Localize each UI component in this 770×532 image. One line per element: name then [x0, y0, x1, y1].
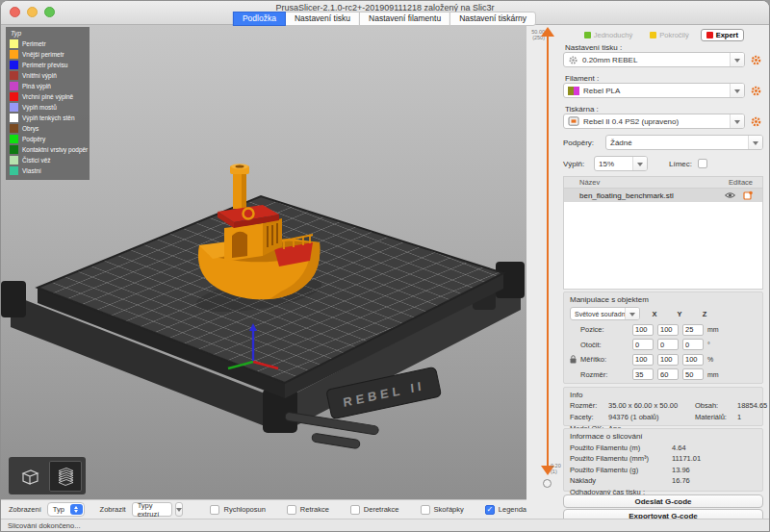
value-input-y[interactable]: [657, 354, 679, 366]
layers-view-button[interactable]: [49, 461, 82, 492]
materials-label: Materiálů:: [695, 413, 737, 421]
cabin-window: [232, 232, 247, 258]
unit-label: mm: [707, 326, 721, 333]
mode-button[interactable]: Pokročilý: [644, 29, 694, 41]
infill-select[interactable]: 15%: [594, 156, 648, 171]
checkbox[interactable]: [210, 505, 219, 515]
value-input-z[interactable]: [682, 354, 704, 366]
checkbox[interactable]: [421, 505, 430, 515]
manipulation-row-label: Měřítko:: [580, 355, 629, 364]
axis-header-x: X: [644, 310, 665, 318]
axis-header-y: Y: [669, 310, 690, 318]
edit-icon[interactable]: [743, 190, 753, 200]
single-layer-toggle-icon[interactable]: [543, 479, 552, 488]
chevron-down-icon[interactable]: [730, 84, 744, 97]
tab[interactable]: Nastavení tisku: [285, 12, 360, 26]
value-input-z[interactable]: [682, 368, 704, 380]
legend-item: Vnější perimetr: [10, 49, 86, 60]
mode-button[interactable]: Expert: [701, 29, 744, 41]
value-input-x[interactable]: [632, 324, 654, 336]
slicing-row-label: Náklady: [570, 476, 672, 485]
show-dropdown-button[interactable]: [175, 502, 183, 517]
print-settings-gear-button[interactable]: [749, 53, 763, 67]
chevron-down-icon[interactable]: [625, 308, 639, 319]
object-list[interactable]: ben_floating_benchmark.stl: [563, 189, 763, 290]
lock-icon[interactable]: [570, 355, 577, 364]
filament-select[interactable]: Rebel PLA: [563, 83, 745, 98]
brim-checkbox[interactable]: [698, 159, 707, 168]
slicing-row-value: 16.76: [672, 476, 690, 485]
supports-label: Podpěry:: [563, 139, 602, 147]
manipulation-panel: Manipulace s objektem Světové souřadnice…: [563, 291, 763, 384]
object-list-row[interactable]: ben_floating_benchmark.stl: [564, 189, 762, 202]
slider-track[interactable]: [547, 35, 549, 469]
supports-select[interactable]: Žádné: [605, 135, 763, 150]
send-gcode-button[interactable]: Odeslat G-code: [563, 494, 763, 508]
value-input-x[interactable]: [632, 354, 654, 366]
supports-value: Žádné: [610, 139, 632, 147]
manipulation-rows: Pozice: mm Otočit:: [570, 324, 757, 381]
brim-label: Límec:: [669, 160, 692, 168]
show-label: Zobrazit: [100, 505, 126, 514]
legend-item-label: Obrys: [22, 125, 38, 132]
chevron-down-icon[interactable]: [748, 136, 762, 149]
printer-gear-button[interactable]: [749, 114, 763, 129]
cube-icon: [19, 466, 40, 487]
mode-button[interactable]: Jednoduchý: [578, 29, 638, 41]
layers-icon: [55, 466, 76, 487]
value-input-x[interactable]: [632, 339, 654, 350]
view-option: Legenda: [485, 505, 526, 515]
value-input-y[interactable]: [657, 324, 679, 336]
print-settings-select[interactable]: 0.20mm REBEL: [563, 52, 745, 67]
slicing-row-label: Použito Filamentu (g): [570, 466, 672, 474]
value-input-y[interactable]: [657, 339, 679, 350]
manipulation-row: Měřítko: %: [570, 354, 757, 366]
slicing-info-panel: Informace o slicování Použito Filamentu …: [563, 428, 763, 492]
volume-label: Obsah:: [695, 401, 737, 410]
legend-item-label: Vnější perimetr: [22, 51, 64, 58]
value-input-x[interactable]: [632, 368, 654, 380]
coord-system-row: Světové souřadnice X Y Z: [570, 307, 757, 320]
checkbox-label: Retrakce: [300, 505, 329, 514]
legend-item: Perimetr převisu: [10, 60, 86, 70]
layer-slider[interactable]: 50.00 (250) 0.20 (1): [526, 25, 559, 499]
chevron-down-icon[interactable]: [730, 114, 744, 128]
tab[interactable]: Nastavení tiskárny: [449, 12, 536, 26]
print-settings-label: Nastavení tisku :: [565, 43, 622, 52]
value-input-z[interactable]: [682, 324, 704, 336]
printer-select[interactable]: Rebel II 0.4 PS2 (upraveno): [563, 114, 745, 129]
legend-item: Vlastní: [10, 165, 86, 176]
filament-gear-button[interactable]: [749, 84, 763, 98]
chevron-down-icon[interactable]: [632, 157, 647, 170]
3d-viewport[interactable]: REBEL II: [1, 25, 526, 499]
show-combo[interactable]: Typy extruzí: [132, 502, 173, 517]
chevron-down-icon[interactable]: [730, 53, 744, 66]
mode-label: Pokročilý: [659, 31, 688, 39]
name-column-header: Název: [579, 178, 600, 187]
object-list-header: Název Editace: [563, 176, 763, 189]
size-label: Rozměr:: [570, 401, 608, 410]
gear-icon: [568, 55, 578, 65]
checkbox[interactable]: [485, 505, 495, 515]
legend-color-swatch: [10, 124, 18, 133]
eye-icon[interactable]: [725, 191, 735, 199]
legend-item-label: Kontaktní vrstvy podpěr: [22, 146, 88, 153]
tab[interactable]: Nastavení filamentu: [359, 12, 450, 26]
unit-label: %: [707, 356, 721, 363]
checkbox[interactable]: [287, 505, 296, 515]
legend-item: Čisticí věž: [10, 155, 86, 165]
view-option-checkboxes: Rychloposun Retrakce Deretrakce Skořápky: [183, 505, 526, 515]
view-option: Rychloposun: [210, 505, 265, 515]
slicing-row-value: 11171.01: [672, 454, 701, 463]
stepper-icon[interactable]: [70, 504, 83, 515]
3d-view-button[interactable]: [13, 461, 46, 492]
legend-item-label: Perimetr: [22, 40, 46, 47]
view-mode-select[interactable]: Typ: [47, 502, 85, 517]
value-input-z[interactable]: [682, 339, 704, 350]
legend-item: Plná výplň: [10, 81, 86, 91]
coord-system-select[interactable]: Světové souřadnice: [570, 307, 640, 320]
checkbox[interactable]: [350, 505, 360, 515]
tab[interactable]: Podložka: [233, 12, 286, 26]
infill-label: Výplň:: [563, 160, 590, 168]
value-input-y[interactable]: [657, 368, 679, 380]
